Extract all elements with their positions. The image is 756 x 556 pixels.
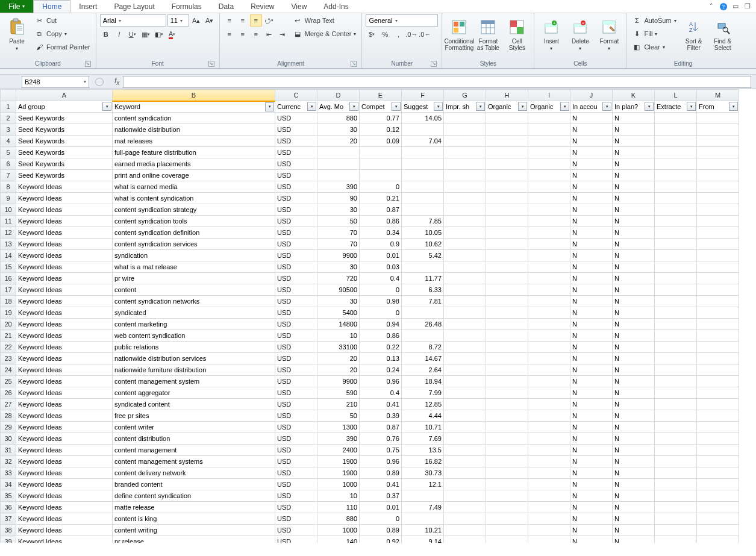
cell[interactable]	[486, 113, 528, 124]
fill-color-button[interactable]: ◧▾	[153, 28, 165, 40]
cell[interactable]: matte release	[113, 502, 275, 513]
indent-increase-icon[interactable]: ⇥	[276, 28, 289, 40]
row-header[interactable]: 4	[1, 136, 16, 147]
cell[interactable]: N	[570, 170, 613, 181]
cell[interactable]	[697, 193, 739, 204]
cell[interactable]	[697, 147, 739, 158]
cell[interactable]: content delivery network	[113, 467, 275, 479]
cell[interactable]: 26.48	[402, 319, 444, 330]
cell[interactable]	[486, 422, 528, 433]
cell[interactable]: 0.39	[360, 410, 402, 422]
cell[interactable]	[444, 410, 486, 422]
cell[interactable]: N	[613, 319, 655, 330]
cell[interactable]: N	[570, 136, 613, 147]
cell[interactable]: N	[613, 456, 655, 467]
cell[interactable]	[444, 456, 486, 467]
cell[interactable]	[697, 307, 739, 319]
cell[interactable]: N	[570, 456, 613, 467]
cell[interactable]: 880	[317, 513, 360, 525]
cell[interactable]: USD	[275, 124, 317, 136]
cell[interactable]	[655, 113, 697, 124]
cell[interactable]	[444, 158, 486, 170]
cell[interactable]: content syndication tools	[113, 216, 275, 227]
cell[interactable]	[486, 467, 528, 479]
cell[interactable]: content syndication services	[113, 239, 275, 250]
row-header[interactable]: 36	[1, 502, 16, 513]
cell[interactable]: USD	[275, 502, 317, 513]
cell[interactable]	[697, 261, 739, 273]
cell[interactable]	[528, 399, 570, 410]
cell[interactable]	[528, 376, 570, 387]
cell[interactable]	[655, 513, 697, 525]
cell[interactable]: content distribution	[113, 433, 275, 445]
cell[interactable]: N	[613, 399, 655, 410]
cell[interactable]	[697, 467, 739, 479]
cell[interactable]	[655, 456, 697, 467]
cell[interactable]: 10.21	[402, 525, 444, 536]
format-painter-button[interactable]: 🖌Format Painter	[33, 41, 92, 53]
cell[interactable]: N	[613, 307, 655, 319]
cell[interactable]: content marketing	[113, 319, 275, 330]
row-header[interactable]: 37	[1, 513, 16, 525]
cell[interactable]	[444, 353, 486, 364]
cell[interactable]	[697, 216, 739, 227]
cell[interactable]	[697, 342, 739, 353]
cell[interactable]: Seed Keywords	[16, 113, 113, 124]
cell[interactable]: N	[613, 204, 655, 216]
cell[interactable]: mat releases	[113, 136, 275, 147]
cell[interactable]	[360, 170, 402, 181]
cell[interactable]: N	[570, 353, 613, 364]
cell[interactable]	[486, 445, 528, 456]
cell[interactable]	[444, 113, 486, 124]
cell[interactable]: define content syndication	[113, 490, 275, 502]
cell[interactable]	[655, 181, 697, 193]
cell[interactable]: 0.41	[360, 479, 402, 490]
column-header-C[interactable]: C	[275, 90, 317, 101]
cell[interactable]: USD	[275, 467, 317, 479]
cell[interactable]: N	[570, 193, 613, 204]
currency-icon[interactable]: $▾	[366, 28, 378, 40]
cell[interactable]: N	[570, 479, 613, 490]
tab-data[interactable]: Data	[210, 0, 242, 13]
column-header-L[interactable]: L	[655, 90, 697, 101]
cell[interactable]: USD	[275, 284, 317, 296]
cell[interactable]	[486, 513, 528, 525]
cell[interactable]: N	[613, 330, 655, 342]
cell[interactable]	[697, 319, 739, 330]
cell[interactable]: N	[613, 136, 655, 147]
cell[interactable]: Keyword Ideas	[16, 536, 113, 543]
cell[interactable]	[444, 422, 486, 433]
filter-dropdown-icon[interactable]: ▾	[349, 102, 358, 111]
cell[interactable]: Keyword Ideas	[16, 502, 113, 513]
cell[interactable]: Keyword Ideas	[16, 433, 113, 445]
cell[interactable]: N	[613, 364, 655, 376]
cell[interactable]: Seed Keywords	[16, 147, 113, 158]
dialog-launcher-icon[interactable]: ↘	[85, 61, 91, 67]
cell[interactable]: what is content syndication	[113, 193, 275, 204]
row-header[interactable]: 19	[1, 307, 16, 319]
cell[interactable]: N	[570, 410, 613, 422]
cell[interactable]: 0.92	[360, 536, 402, 543]
column-header-E[interactable]: E	[360, 90, 402, 101]
percent-icon[interactable]: %	[379, 28, 391, 40]
cell[interactable]: 140	[317, 536, 360, 543]
cell[interactable]	[528, 342, 570, 353]
cell[interactable]: N	[613, 433, 655, 445]
cell[interactable]: 0	[360, 513, 402, 525]
cell[interactable]	[697, 204, 739, 216]
cell[interactable]: 70	[317, 239, 360, 250]
cell[interactable]	[486, 330, 528, 342]
cell[interactable]: 4.44	[402, 410, 444, 422]
cell[interactable]	[444, 376, 486, 387]
cell[interactable]: USD	[275, 307, 317, 319]
cell[interactable]	[317, 170, 360, 181]
cell[interactable]	[697, 399, 739, 410]
cell[interactable]: content management systems	[113, 456, 275, 467]
row-header[interactable]: 31	[1, 445, 16, 456]
cell[interactable]: USD	[275, 513, 317, 525]
cell[interactable]: N	[570, 147, 613, 158]
cell[interactable]: 33100	[317, 342, 360, 353]
cell[interactable]: N	[613, 376, 655, 387]
cell[interactable]: 1300	[317, 422, 360, 433]
cell[interactable]: USD	[275, 204, 317, 216]
